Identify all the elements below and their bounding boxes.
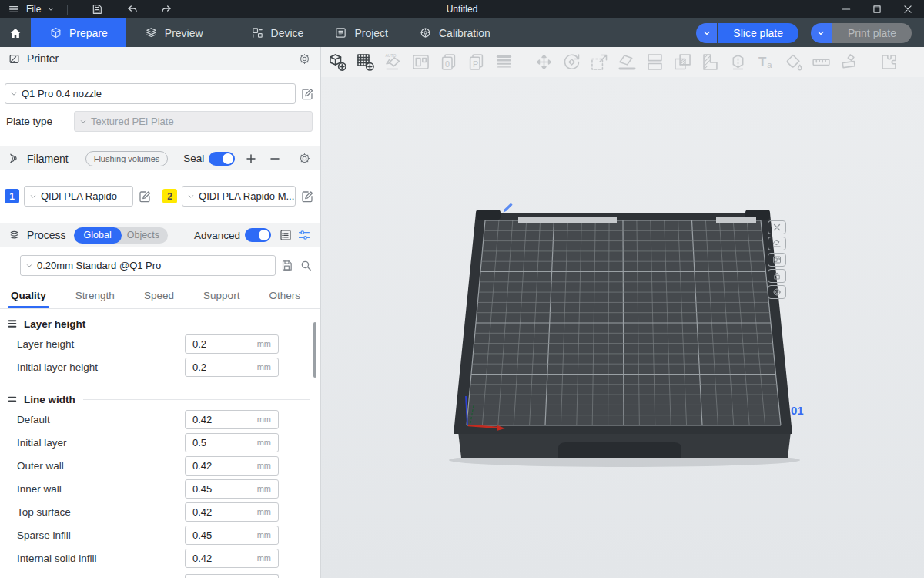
- filament-1-select[interactable]: QIDI PLA Rapido: [24, 186, 133, 207]
- slice-plate-button[interactable]: Slice plate: [718, 23, 798, 43]
- seal-label: Seal: [183, 153, 204, 164]
- process-tab-speed[interactable]: Speed: [142, 285, 176, 308]
- initial-layer-height-input[interactable]: 0.2mm: [185, 358, 279, 377]
- advanced-toggle[interactable]: [245, 228, 271, 242]
- copy-icon: 0: [438, 52, 459, 72]
- process-tab-quality[interactable]: Quality: [9, 285, 48, 308]
- initial-layer-input[interactable]: 0.5mm: [185, 433, 279, 452]
- add-plate-icon[interactable]: [355, 52, 376, 72]
- save-preset-icon[interactable]: [280, 259, 293, 272]
- slice-options-button[interactable]: [696, 23, 717, 43]
- printer-section-header: Printer: [0, 47, 320, 70]
- parameter-list-icon[interactable]: [279, 228, 293, 242]
- delete-plate-icon[interactable]: [768, 220, 786, 234]
- add-object-icon[interactable]: [327, 52, 348, 72]
- arrange-plate-icon[interactable]: [768, 253, 786, 267]
- mesh-boolean-icon: [672, 52, 693, 72]
- add-filament-icon[interactable]: [245, 153, 257, 165]
- scrollbar-thumb[interactable]: [313, 322, 316, 378]
- tab-prepare[interactable]: Prepare: [31, 18, 126, 47]
- line-width-icon: [6, 393, 18, 405]
- print-plate-group: Print plate: [811, 23, 912, 43]
- flushing-volumes-button[interactable]: Flushing volumes: [85, 151, 169, 166]
- inner-wall-input[interactable]: 0.45mm: [185, 479, 279, 499]
- filament-1-badge[interactable]: 1: [5, 189, 19, 203]
- setting-row-top-surface: Top surface0.42mm: [0, 500, 320, 523]
- plate-number-label: 01: [791, 404, 804, 417]
- redo-icon[interactable]: [160, 3, 172, 15]
- print-options-button[interactable]: [811, 23, 832, 43]
- cut-icon: [728, 52, 748, 72]
- process-preset-value: 0.20mm Standard @Q1 Pro: [37, 260, 161, 271]
- default-input[interactable]: 0.42mm: [185, 410, 279, 429]
- home-button[interactable]: [0, 18, 31, 47]
- print-plate-button[interactable]: Print plate: [832, 23, 912, 43]
- partial-next-input: [185, 574, 279, 578]
- svg-text:P: P: [473, 59, 478, 69]
- process-preset-select[interactable]: 0.20mm Standard @Q1 Pro: [20, 255, 276, 276]
- sidebar-panel: Printer Q1 Pro 0.4 nozzle Plate type Tex…: [0, 47, 321, 578]
- close-button[interactable]: [902, 4, 913, 15]
- arrange-icon: [410, 52, 431, 72]
- orient-plate-icon[interactable]: [768, 237, 786, 250]
- tab-label: Prepare: [69, 27, 108, 39]
- process-tab-support[interactable]: Support: [202, 285, 241, 308]
- plate-tools: [768, 220, 786, 299]
- segment-objects[interactable]: Objects: [122, 230, 168, 240]
- advanced-label: Advanced: [194, 230, 240, 241]
- process-tab-others[interactable]: Others: [267, 285, 302, 308]
- preview-icon: [145, 26, 158, 39]
- parameter-search-icon[interactable]: [297, 228, 311, 242]
- edit-printer-icon[interactable]: [300, 87, 314, 101]
- plate-settings-icon[interactable]: [768, 285, 786, 299]
- slice-plate-group: Slice plate: [696, 23, 798, 43]
- filament-settings-gear-icon[interactable]: [298, 152, 311, 165]
- filament-2-badge[interactable]: 2: [162, 189, 177, 203]
- color-paint-icon: [783, 52, 804, 72]
- process-section-header: Process Global Objects Advanced: [0, 223, 320, 247]
- segment-global[interactable]: Global: [74, 227, 122, 244]
- sparse-infill-input[interactable]: 0.45mm: [185, 526, 279, 545]
- qidi-studio-window: File Untitled PreparePreviewDeviceProjec…: [0, 0, 924, 578]
- layer-height-input[interactable]: 0.2mm: [185, 334, 279, 354]
- auto-orient-icon: AUTO: [383, 52, 403, 72]
- build-plate[interactable]: [321, 77, 924, 578]
- minimize-button[interactable]: [841, 4, 852, 15]
- chevron-down-icon: [702, 29, 711, 38]
- file-menu-chevron-icon[interactable]: [47, 5, 55, 13]
- process-icon: [8, 229, 21, 242]
- chevron-down-icon: [10, 90, 18, 98]
- filament-section-header: Filament Flushing volumes Seal: [0, 146, 320, 170]
- global-objects-segment[interactable]: Global Objects: [74, 227, 169, 244]
- rename-plate-pencil-icon[interactable]: [501, 200, 515, 214]
- file-menu[interactable]: File: [26, 4, 41, 15]
- seal-toggle[interactable]: [209, 152, 235, 166]
- layer-height-icon: [6, 318, 18, 330]
- plate-type-select[interactable]: Textured PEI Plate: [74, 111, 313, 132]
- tab-project[interactable]: Project: [319, 18, 403, 47]
- internal-solid-infill-input[interactable]: 0.42mm: [185, 549, 279, 568]
- printer-settings-gear-icon[interactable]: [298, 52, 311, 66]
- outer-wall-input[interactable]: 0.42mm: [185, 456, 279, 476]
- top-surface-input[interactable]: 0.42mm: [185, 502, 279, 522]
- tab-calibration[interactable]: Calibration: [403, 18, 506, 47]
- edit-filament-1-icon[interactable]: [138, 190, 152, 203]
- process-tab-strength[interactable]: Strength: [74, 285, 116, 308]
- maximize-button[interactable]: [872, 4, 882, 15]
- viewport-3d[interactable]: 01: [321, 77, 924, 578]
- assembly-icon: [879, 52, 899, 72]
- search-settings-icon[interactable]: [300, 259, 313, 272]
- filament-2-select[interactable]: QIDI PLA Rapido M...: [182, 186, 296, 207]
- printer-preset-select[interactable]: Q1 Pro 0.4 nozzle: [5, 83, 296, 104]
- tab-preview[interactable]: Preview: [126, 18, 222, 47]
- measure-icon: [811, 52, 832, 72]
- tab-device[interactable]: Device: [236, 18, 320, 47]
- edit-filament-2-icon[interactable]: [300, 190, 314, 203]
- group-header-line-width: Line width: [0, 391, 320, 408]
- remove-filament-icon[interactable]: [269, 153, 281, 165]
- lock-plate-icon[interactable]: [768, 269, 786, 283]
- save-icon[interactable]: [91, 3, 103, 15]
- chevron-down-icon: [29, 193, 37, 200]
- undo-icon[interactable]: [126, 3, 139, 15]
- menu-icon[interactable]: [8, 3, 20, 15]
